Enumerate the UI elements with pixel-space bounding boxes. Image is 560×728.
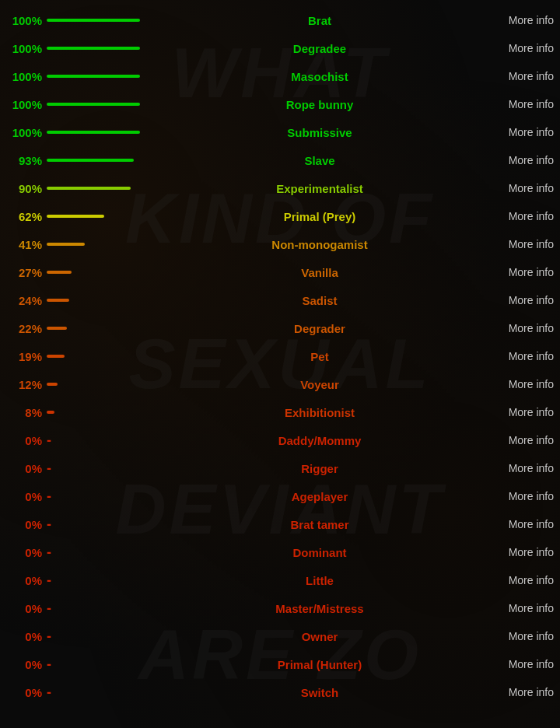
percentage-value: 24%: [6, 294, 47, 307]
percentage-value: 100%: [6, 126, 47, 139]
bar-cell: [47, 75, 156, 78]
bar-dash: -: [47, 544, 51, 561]
more-info-button[interactable]: More info: [484, 294, 554, 306]
more-info-button[interactable]: More info: [484, 14, 554, 26]
percentage-value: 100%: [6, 70, 47, 83]
percentage-value: 0%: [6, 630, 47, 643]
bar-cell: [47, 411, 156, 414]
more-info-button[interactable]: More info: [484, 322, 554, 334]
kink-label: Primal (Hunter): [156, 658, 484, 671]
table-row: 19%PetMore info: [0, 342, 560, 370]
bar-cell: [47, 355, 156, 358]
bar-cell: -: [47, 460, 156, 477]
kink-label: Dominant: [156, 546, 484, 559]
results-table: 100%BratMore info100%DegradeeMore info10…: [0, 0, 560, 712]
percentage-value: 0%: [6, 574, 47, 587]
table-row: 27%VanillaMore info: [0, 258, 560, 286]
table-row: 93%SlaveMore info: [0, 146, 560, 174]
more-info-button[interactable]: More info: [484, 406, 554, 418]
more-info-button[interactable]: More info: [484, 602, 554, 614]
bar-cell: -: [47, 656, 156, 673]
more-info-button[interactable]: More info: [484, 574, 554, 586]
more-info-button[interactable]: More info: [484, 630, 554, 642]
bar-dash: -: [47, 488, 51, 505]
kink-label: Exhibitionist: [156, 406, 484, 419]
kink-label: Owner: [156, 630, 484, 643]
more-info-button[interactable]: More info: [484, 126, 554, 138]
percentage-value: 41%: [6, 238, 47, 251]
percentage-value: 62%: [6, 210, 47, 223]
percentage-value: 0%: [6, 518, 47, 531]
bar-cell: -: [47, 572, 156, 589]
kink-label: Little: [156, 574, 484, 587]
more-info-button[interactable]: More info: [484, 462, 554, 474]
more-info-button[interactable]: More info: [484, 266, 554, 278]
bar-dash: -: [47, 572, 51, 589]
bar-cell: -: [47, 600, 156, 617]
bar-cell: -: [47, 432, 156, 449]
kink-label: Brat tamer: [156, 518, 484, 531]
kink-label: Vanilla: [156, 266, 484, 279]
kink-label: Slave: [156, 154, 484, 167]
table-row: 0%-LittleMore info: [0, 566, 560, 594]
kink-label: Master/Mistress: [156, 602, 484, 615]
more-info-button[interactable]: More info: [484, 182, 554, 194]
table-row: 12%VoyeurMore info: [0, 370, 560, 398]
percentage-value: 100%: [6, 98, 47, 111]
bar-dash: -: [47, 656, 51, 673]
kink-label: Rope bunny: [156, 98, 484, 111]
bar-cell: [47, 215, 156, 218]
kink-label: Pet: [156, 350, 484, 363]
bar-dash: -: [47, 628, 51, 645]
more-info-button[interactable]: More info: [484, 70, 554, 82]
table-row: 24%SadistMore info: [0, 286, 560, 314]
table-row: 0%-RiggerMore info: [0, 454, 560, 482]
bar-cell: -: [47, 488, 156, 505]
more-info-button[interactable]: More info: [484, 546, 554, 558]
percentage-value: 8%: [6, 406, 47, 419]
more-info-button[interactable]: More info: [484, 98, 554, 110]
kink-label: Primal (Prey): [156, 210, 484, 223]
percentage-value: 12%: [6, 378, 47, 391]
more-info-button[interactable]: More info: [484, 42, 554, 54]
table-row: 100%BratMore info: [0, 6, 560, 34]
bar-cell: -: [47, 516, 156, 533]
table-row: 22%DegraderMore info: [0, 314, 560, 342]
kink-label: Degradee: [156, 42, 484, 55]
percentage-value: 0%: [6, 686, 47, 699]
table-row: 100%DegradeeMore info: [0, 34, 560, 62]
kink-label: Switch: [156, 686, 484, 699]
table-row: 90%ExperimentalistMore info: [0, 174, 560, 202]
percentage-value: 27%: [6, 266, 47, 279]
more-info-button[interactable]: More info: [484, 350, 554, 362]
bar-cell: [47, 131, 156, 134]
table-row: 41%Non-monogamistMore info: [0, 230, 560, 258]
bar-cell: -: [47, 628, 156, 645]
table-row: 0%-AgeplayerMore info: [0, 482, 560, 510]
table-row: 62%Primal (Prey)More info: [0, 202, 560, 230]
more-info-button[interactable]: More info: [484, 658, 554, 670]
more-info-button[interactable]: More info: [484, 154, 554, 166]
bar-cell: [47, 243, 156, 246]
more-info-button[interactable]: More info: [484, 378, 554, 390]
more-info-button[interactable]: More info: [484, 210, 554, 222]
table-row: 0%-Primal (Hunter)More info: [0, 650, 560, 678]
percentage-value: 19%: [6, 350, 47, 363]
percentage-value: 0%: [6, 490, 47, 503]
kink-label: Sadist: [156, 294, 484, 307]
more-info-button[interactable]: More info: [484, 518, 554, 530]
more-info-button[interactable]: More info: [484, 434, 554, 446]
bar-cell: [47, 47, 156, 50]
percentage-value: 0%: [6, 434, 47, 447]
kink-label: Non-monogamist: [156, 238, 484, 251]
more-info-button[interactable]: More info: [484, 238, 554, 250]
more-info-button[interactable]: More info: [484, 490, 554, 502]
percentage-value: 100%: [6, 14, 47, 27]
percentage-value: 0%: [6, 546, 47, 559]
bar-cell: [47, 327, 156, 330]
table-row: 0%-OwnerMore info: [0, 622, 560, 650]
more-info-button[interactable]: More info: [484, 686, 554, 698]
table-row: 8%ExhibitionistMore info: [0, 398, 560, 426]
bar-cell: [47, 299, 156, 302]
bar-dash: -: [47, 432, 51, 449]
